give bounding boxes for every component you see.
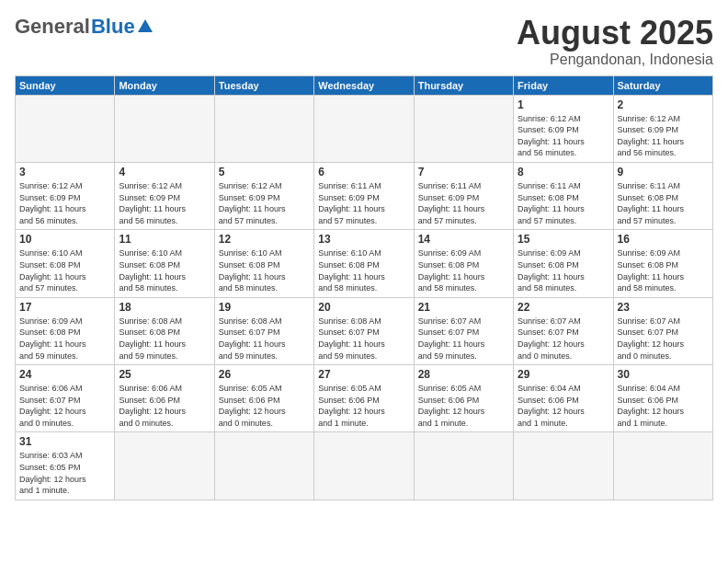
day-number: 21 (418, 301, 509, 314)
calendar-title: August 2025 (517, 15, 713, 52)
col-friday: Friday (514, 75, 613, 95)
calendar-day-cell: 30Sunrise: 6:04 AMSunset: 6:06 PMDayligh… (613, 365, 712, 432)
calendar-day-cell: 8Sunrise: 6:11 AMSunset: 6:08 PMDaylight… (514, 162, 613, 229)
calendar-day-cell: 22Sunrise: 6:07 AMSunset: 6:07 PMDayligh… (514, 297, 613, 364)
day-number: 19 (219, 301, 310, 314)
calendar-day-cell: 10Sunrise: 6:10 AMSunset: 6:08 PMDayligh… (16, 230, 115, 297)
calendar-day-cell: 24Sunrise: 6:06 AMSunset: 6:07 PMDayligh… (16, 365, 115, 432)
day-info: Sunrise: 6:11 AMSunset: 6:08 PMDaylight:… (618, 180, 709, 226)
day-info: Sunrise: 6:10 AMSunset: 6:08 PMDaylight:… (318, 247, 409, 293)
day-number: 13 (318, 233, 409, 246)
day-info: Sunrise: 6:07 AMSunset: 6:07 PMDaylight:… (618, 316, 709, 362)
calendar-day-cell (115, 95, 214, 162)
svg-marker-0 (138, 19, 153, 32)
title-block: August 2025 Pengandonan, Indonesia (517, 15, 713, 68)
day-number: 1 (518, 98, 609, 111)
calendar-subtitle: Pengandonan, Indonesia (517, 52, 713, 68)
day-info: Sunrise: 6:09 AMSunset: 6:08 PMDaylight:… (418, 247, 509, 293)
day-info: Sunrise: 6:09 AMSunset: 6:08 PMDaylight:… (518, 247, 609, 293)
calendar-header-row: Sunday Monday Tuesday Wednesday Thursday… (16, 75, 713, 95)
calendar-week-row: 3Sunrise: 6:12 AMSunset: 6:09 PMDaylight… (16, 162, 713, 229)
day-info: Sunrise: 6:11 AMSunset: 6:09 PMDaylight:… (318, 180, 409, 226)
calendar-week-row: 24Sunrise: 6:06 AMSunset: 6:07 PMDayligh… (16, 365, 713, 432)
calendar-day-cell: 14Sunrise: 6:09 AMSunset: 6:08 PMDayligh… (414, 230, 513, 297)
calendar-day-cell: 15Sunrise: 6:09 AMSunset: 6:08 PMDayligh… (514, 230, 613, 297)
day-number: 11 (119, 233, 210, 246)
day-info: Sunrise: 6:05 AMSunset: 6:06 PMDaylight:… (418, 383, 509, 429)
calendar-day-cell: 21Sunrise: 6:07 AMSunset: 6:07 PMDayligh… (414, 297, 513, 364)
day-number: 2 (618, 98, 709, 111)
calendar-day-cell: 1Sunrise: 6:12 AMSunset: 6:09 PMDaylight… (514, 95, 613, 162)
day-number: 18 (119, 301, 210, 314)
day-number: 24 (19, 368, 110, 381)
day-info: Sunrise: 6:10 AMSunset: 6:08 PMDaylight:… (19, 247, 110, 293)
calendar-day-cell: 31Sunrise: 6:03 AMSunset: 6:05 PMDayligh… (16, 432, 115, 500)
header: General Blue August 2025 Pengandonan, In… (15, 15, 713, 68)
calendar-day-cell (314, 95, 414, 162)
calendar-day-cell: 2Sunrise: 6:12 AMSunset: 6:09 PMDaylight… (613, 95, 712, 162)
day-info: Sunrise: 6:06 AMSunset: 6:07 PMDaylight:… (19, 383, 110, 429)
day-info: Sunrise: 6:05 AMSunset: 6:06 PMDaylight:… (318, 383, 409, 429)
calendar-day-cell: 28Sunrise: 6:05 AMSunset: 6:06 PMDayligh… (414, 365, 513, 432)
day-number: 27 (318, 368, 409, 381)
calendar-day-cell: 29Sunrise: 6:04 AMSunset: 6:06 PMDayligh… (514, 365, 613, 432)
day-number: 22 (518, 301, 609, 314)
day-number: 29 (518, 368, 609, 381)
calendar-day-cell (115, 432, 214, 500)
calendar-day-cell: 5Sunrise: 6:12 AMSunset: 6:09 PMDaylight… (214, 162, 313, 229)
calendar-day-cell: 23Sunrise: 6:07 AMSunset: 6:07 PMDayligh… (613, 297, 712, 364)
day-info: Sunrise: 6:07 AMSunset: 6:07 PMDaylight:… (418, 316, 509, 362)
calendar-day-cell (16, 95, 115, 162)
day-number: 17 (19, 301, 110, 314)
calendar-day-cell: 16Sunrise: 6:09 AMSunset: 6:08 PMDayligh… (613, 230, 712, 297)
calendar-day-cell: 9Sunrise: 6:11 AMSunset: 6:08 PMDaylight… (613, 162, 712, 229)
day-number: 25 (119, 368, 210, 381)
day-number: 31 (19, 435, 110, 448)
day-info: Sunrise: 6:10 AMSunset: 6:08 PMDaylight:… (219, 247, 310, 293)
day-number: 16 (618, 233, 709, 246)
day-info: Sunrise: 6:12 AMSunset: 6:09 PMDaylight:… (219, 180, 310, 226)
day-info: Sunrise: 6:12 AMSunset: 6:09 PMDaylight:… (618, 113, 709, 159)
calendar-day-cell (214, 95, 313, 162)
calendar-day-cell: 17Sunrise: 6:09 AMSunset: 6:08 PMDayligh… (16, 297, 115, 364)
day-info: Sunrise: 6:11 AMSunset: 6:08 PMDaylight:… (518, 180, 609, 226)
day-info: Sunrise: 6:05 AMSunset: 6:06 PMDaylight:… (219, 383, 310, 429)
day-number: 20 (318, 301, 409, 314)
calendar-week-row: 1Sunrise: 6:12 AMSunset: 6:09 PMDaylight… (16, 95, 713, 162)
day-info: Sunrise: 6:09 AMSunset: 6:08 PMDaylight:… (618, 247, 709, 293)
calendar-week-row: 10Sunrise: 6:10 AMSunset: 6:08 PMDayligh… (16, 230, 713, 297)
calendar-day-cell: 19Sunrise: 6:08 AMSunset: 6:07 PMDayligh… (214, 297, 313, 364)
calendar-day-cell (514, 432, 613, 500)
calendar-day-cell: 12Sunrise: 6:10 AMSunset: 6:08 PMDayligh… (214, 230, 313, 297)
day-info: Sunrise: 6:10 AMSunset: 6:08 PMDaylight:… (119, 247, 210, 293)
logo-triangle-icon (137, 17, 154, 34)
calendar-day-cell: 6Sunrise: 6:11 AMSunset: 6:09 PMDaylight… (314, 162, 414, 229)
day-number: 6 (318, 166, 409, 178)
col-monday: Monday (115, 75, 214, 95)
day-info: Sunrise: 6:08 AMSunset: 6:07 PMDaylight:… (318, 316, 409, 362)
calendar-day-cell (414, 95, 513, 162)
calendar-day-cell: 4Sunrise: 6:12 AMSunset: 6:09 PMDaylight… (115, 162, 214, 229)
page: General Blue August 2025 Pengandonan, In… (0, 0, 728, 563)
day-info: Sunrise: 6:06 AMSunset: 6:06 PMDaylight:… (119, 383, 210, 429)
calendar-table: Sunday Monday Tuesday Wednesday Thursday… (15, 75, 713, 500)
day-info: Sunrise: 6:08 AMSunset: 6:08 PMDaylight:… (119, 316, 210, 362)
calendar-day-cell: 20Sunrise: 6:08 AMSunset: 6:07 PMDayligh… (314, 297, 414, 364)
day-info: Sunrise: 6:12 AMSunset: 6:09 PMDaylight:… (119, 180, 210, 226)
day-number: 12 (219, 233, 310, 246)
day-number: 15 (518, 233, 609, 246)
day-info: Sunrise: 6:03 AMSunset: 6:05 PMDaylight:… (19, 450, 110, 496)
day-number: 23 (618, 301, 709, 314)
calendar-day-cell (414, 432, 513, 500)
calendar-week-row: 31Sunrise: 6:03 AMSunset: 6:05 PMDayligh… (16, 432, 713, 500)
day-number: 10 (19, 233, 110, 246)
calendar-day-cell (214, 432, 313, 500)
calendar-day-cell: 13Sunrise: 6:10 AMSunset: 6:08 PMDayligh… (314, 230, 414, 297)
day-info: Sunrise: 6:04 AMSunset: 6:06 PMDaylight:… (518, 383, 609, 429)
day-info: Sunrise: 6:12 AMSunset: 6:09 PMDaylight:… (19, 180, 110, 226)
col-tuesday: Tuesday (214, 75, 313, 95)
calendar-day-cell: 3Sunrise: 6:12 AMSunset: 6:09 PMDaylight… (16, 162, 115, 229)
day-info: Sunrise: 6:12 AMSunset: 6:09 PMDaylight:… (518, 113, 609, 159)
calendar-day-cell: 11Sunrise: 6:10 AMSunset: 6:08 PMDayligh… (115, 230, 214, 297)
day-number: 28 (418, 368, 509, 381)
